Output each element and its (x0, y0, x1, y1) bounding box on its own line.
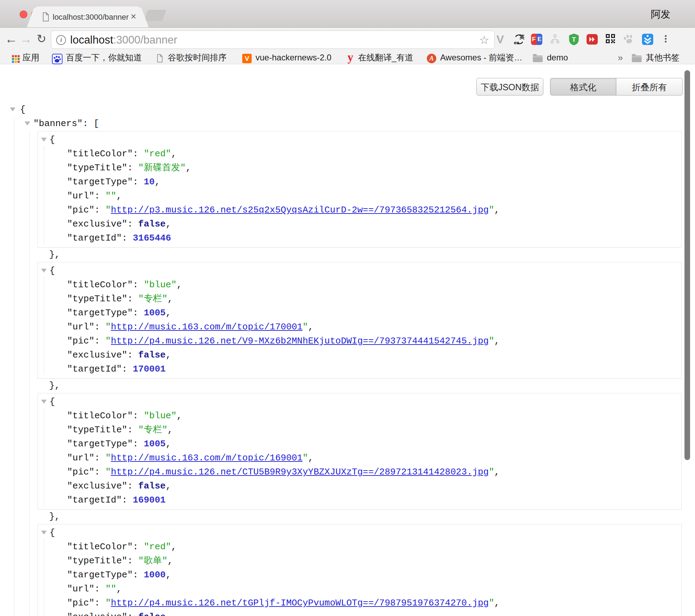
bookmark-label: vue-hackernews-2.0 (256, 51, 331, 64)
json-line: "targetType": 10, (38, 175, 681, 189)
json-object-box: {"titleColor": "red","typeTitle": "新碟首发"… (38, 131, 682, 248)
apps-grid-icon (12, 53, 20, 63)
json-line: }, (0, 510, 695, 524)
json-line: { (38, 395, 681, 409)
baidu-paw-icon (52, 54, 62, 64)
json-object-box: {"titleColor": "red","typeTitle": "歌单","… (38, 524, 682, 616)
other-bookmarks-folder[interactable]: 其他书签 (632, 51, 680, 64)
traffic-light-close-button[interactable] (20, 11, 27, 18)
collapse-all-button[interactable]: 折叠所有 (616, 78, 683, 96)
awesomes-icon: A (427, 54, 436, 63)
tab-close-icon[interactable]: × (131, 6, 136, 27)
json-line: "exclusive": false, (38, 348, 681, 362)
json-line: { (38, 133, 681, 147)
json-link[interactable]: http://music.163.com/m/topic/169001 (111, 453, 303, 463)
extension-qr-code-icon[interactable] (604, 33, 616, 45)
extension-tampermonkey-icon[interactable]: T (568, 33, 580, 45)
url-text[interactable]: localhost:3000/banner (70, 31, 177, 48)
json-line: "typeTitle": "专栏", (38, 423, 681, 437)
json-line: "targetType": 1005, (38, 437, 681, 451)
extension-downloader-icon[interactable] (642, 33, 654, 45)
svg-text:T: T (572, 36, 576, 43)
extension-video-download-icon[interactable] (586, 33, 598, 45)
address-bar[interactable]: i localhost:3000/banner ☆ (51, 31, 495, 49)
browser-menu-icon[interactable] (662, 33, 669, 46)
url-path: :3000/banner (113, 34, 177, 46)
collapse-toggle-icon[interactable] (25, 122, 30, 125)
site-info-icon[interactable]: i (56, 35, 66, 45)
forward-button[interactable]: → (19, 28, 33, 51)
bookmark-label: 应用 (22, 51, 39, 64)
json-line: "titleColor": "red", (38, 540, 681, 554)
folder-icon (632, 55, 642, 62)
json-line: { (0, 103, 695, 117)
json-line: }, (0, 248, 695, 262)
json-line: "exclusive": false, (38, 217, 681, 231)
bookmark-label: demo (547, 51, 568, 64)
back-button[interactable]: ← (4, 28, 18, 51)
bookmark-item-youdao[interactable]: y 在线翻译_有道 (348, 51, 413, 64)
json-link[interactable]: http://music.163.com/m/topic/170001 (111, 322, 303, 332)
collapse-toggle-icon[interactable] (41, 531, 47, 535)
collapse-toggle-icon[interactable] (41, 138, 47, 142)
json-tree: {"banners": [{"titleColor": "red","typeT… (0, 103, 695, 616)
json-object-box: {"titleColor": "blue","typeTitle": "专栏",… (38, 262, 682, 379)
json-line: "typeTitle": "歌单", (38, 554, 681, 568)
bookmark-item-apps[interactable]: 应用 (12, 51, 39, 64)
json-line: "pic": "http://p4.music.126.net/tGPljf-I… (38, 596, 681, 610)
bookmark-item-awesomes[interactable]: A Awesomes - 前端资… (427, 51, 522, 64)
vue-icon: V (242, 54, 252, 63)
scrollbar-thumb[interactable] (684, 70, 690, 460)
json-link[interactable]: http://p4.music.126.net/V9-MXz6b2MNhEKju… (111, 336, 489, 346)
extension-sitemap-icon[interactable] (549, 33, 561, 45)
collapse-toggle-icon[interactable] (41, 400, 47, 404)
format-collapse-button-group: 格式化 折叠所有 (550, 78, 683, 96)
bookmark-star-icon[interactable]: ☆ (479, 31, 489, 48)
json-line: "exclusive": false, (38, 479, 681, 493)
bookmarks-overflow-chevron[interactable]: » (618, 51, 623, 64)
json-line: "banners": [ (0, 117, 695, 131)
navigation-toolbar: ← → ↻ i localhost:3000/banner ☆ V 英 en F… (0, 28, 695, 51)
json-line: "targetId": 170001 (38, 362, 681, 376)
tab-favicon-icon (42, 12, 49, 23)
json-line: { (38, 526, 681, 540)
json-line: "typeTitle": "新碟首发", (38, 161, 681, 175)
json-link[interactable]: http://p3.music.126.net/s25q2x5QyqsAzilC… (111, 205, 489, 215)
browser-window: localhost:3000/banner × 阿发 ← → ↻ i local… (0, 0, 695, 616)
url-host: localhost (70, 34, 113, 46)
collapse-toggle-icon[interactable] (41, 269, 47, 273)
extension-paw-icon[interactable] (623, 33, 635, 45)
bookmark-item-demo-folder[interactable]: demo (533, 51, 568, 64)
youdao-icon: y (348, 51, 353, 63)
bookmark-label: 在线翻译_有道 (358, 51, 413, 64)
bookmark-item-google-sort[interactable]: 谷歌按时间排序 (157, 51, 227, 64)
reload-button[interactable]: ↻ (34, 28, 48, 51)
extension-translate-icon[interactable]: 英 en (513, 33, 525, 45)
json-line: { (38, 264, 681, 278)
bookmark-item-baidu[interactable]: 百度一下，你就知道 (52, 51, 142, 64)
json-link[interactable]: http://p4.music.126.net/tGPljf-IMOCyPvum… (111, 598, 489, 608)
json-line: "targetType": 1005, (38, 306, 681, 320)
svg-text:en: en (514, 40, 519, 45)
bookmark-label: 百度一下，你就知道 (66, 51, 142, 64)
json-line: "pic": "http://p4.music.126.net/CTU5B9R9… (38, 465, 681, 479)
json-line: "url": "", (38, 582, 681, 596)
download-json-button[interactable]: 下载JSON数据 (476, 78, 543, 96)
collapse-toggle-icon[interactable] (10, 107, 15, 111)
browser-tab[interactable]: localhost:3000/banner × (35, 6, 140, 27)
json-line: "targetId": 3165446 (38, 231, 681, 245)
json-line: "titleColor": "blue", (38, 278, 681, 292)
json-line: "exclusive": false, (38, 610, 681, 616)
json-line: "pic": "http://p4.music.126.net/V9-MXz6b… (38, 334, 681, 348)
json-link[interactable]: http://p4.music.126.net/CTU5B9R9y3XyYBZX… (111, 467, 489, 477)
bookmark-label: 谷歌按时间排序 (168, 51, 227, 64)
bookmarks-bar: 应用 百度一下，你就知道 谷歌按时间排序 V vue-hackernews-2.… (0, 51, 695, 64)
bookmark-item-vue-hackernews[interactable]: V vue-hackernews-2.0 (242, 51, 331, 64)
new-tab-button[interactable] (144, 10, 166, 21)
folder-icon (533, 55, 543, 62)
extension-fe-icon[interactable]: FE (531, 33, 543, 45)
other-bookmarks-label: 其他书签 (646, 51, 680, 64)
extension-vue-devtools-icon[interactable]: V (494, 33, 506, 45)
format-button[interactable]: 格式化 (550, 78, 616, 96)
json-line: "titleColor": "red", (38, 147, 681, 161)
